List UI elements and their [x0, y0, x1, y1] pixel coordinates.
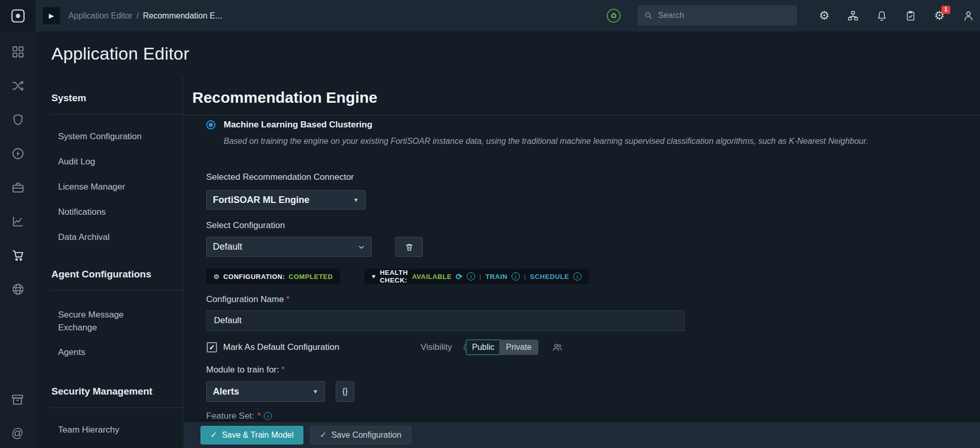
health-check-chip: ♥ HEALTH CHECK: AVAILABLE ⟳ i | TRAIN i … — [365, 269, 589, 284]
delete-configuration-button[interactable] — [395, 237, 423, 257]
sidebar-item-audit-log[interactable]: Audit Log — [35, 153, 183, 171]
sidebar-divider — [51, 114, 183, 115]
search-icon — [644, 11, 653, 20]
app-logo[interactable] — [0, 0, 35, 31]
braces-icon: {} — [342, 387, 348, 396]
mention-at-icon[interactable]: @ — [10, 426, 25, 440]
chart-line-icon[interactable] — [11, 214, 25, 229]
top-bar: ▶ Application Editor / Recommendation E.… — [0, 0, 980, 31]
caret-down-icon: ▼ — [353, 197, 359, 203]
teams-icon[interactable] — [552, 342, 563, 353]
sitemap-icon[interactable] — [847, 10, 859, 22]
globe-icon[interactable] — [11, 282, 25, 296]
schedule-link[interactable]: SCHEDULE — [530, 273, 569, 281]
sidebar-item-agents[interactable]: Agents — [35, 344, 183, 361]
save-train-button[interactable]: ✓ Save & Train Model — [201, 426, 303, 444]
section-title: Recommendation Engine — [192, 89, 377, 106]
config-select-dropdown[interactable]: Default — [206, 237, 372, 257]
sidebar-item-team-hierarchy[interactable]: Team Hierarchy — [35, 421, 183, 439]
module-value: Alerts — [213, 386, 313, 397]
save-configuration-button[interactable]: ✓ Save Configuration — [310, 426, 411, 444]
health-info-icon[interactable]: i — [467, 272, 475, 281]
check-icon: ✓ — [320, 430, 326, 440]
sidebar-item-data-archival[interactable]: Data Archival — [35, 229, 183, 246]
train-link[interactable]: TRAIN — [485, 273, 507, 281]
sidebar-item-notifications[interactable]: Notifications — [35, 203, 183, 221]
archive-box-icon[interactable] — [10, 393, 25, 407]
topbar-icon-group: ⚙ ⚙ 1 — [818, 0, 974, 31]
train-info-icon[interactable]: i — [512, 272, 520, 281]
bell-icon[interactable] — [876, 10, 888, 22]
separator: | — [479, 273, 481, 281]
notification-badge: 1 — [941, 6, 950, 14]
breadcrumb-current: Recommendation E... — [143, 11, 222, 21]
sidebar-section-system: System — [35, 90, 183, 106]
user-avatar-icon[interactable] — [962, 10, 974, 22]
config-select-value: Default — [213, 241, 358, 252]
shield-icon[interactable] — [11, 113, 25, 127]
global-search[interactable] — [638, 5, 797, 26]
chevron-down-icon — [358, 244, 365, 251]
feature-set-info-icon[interactable]: i — [264, 412, 272, 420]
visibility-label: Visibility — [421, 337, 452, 358]
health-check-label: HEALTH CHECK: — [380, 269, 408, 284]
main-content: Recommendation Engine Machine Learning B… — [184, 76, 980, 448]
cart-icon[interactable] — [11, 248, 25, 263]
ml-clustering-label: Machine Learning Based Clustering — [224, 120, 372, 130]
json-editor-button[interactable]: {} — [336, 381, 354, 402]
visibility-private-button[interactable]: Private — [499, 340, 538, 355]
required-asterisk: * — [258, 411, 261, 421]
configuration-status-value: COMPLETED — [288, 273, 333, 281]
breadcrumb-separator: / — [137, 11, 139, 21]
mark-default-label: Mark As Default Configuration — [223, 337, 339, 358]
module-label: Module to train for:* — [206, 365, 284, 375]
shuffle-icon[interactable] — [11, 79, 25, 93]
default-visibility-row: ✓ Mark As Default Configuration Visibili… — [206, 337, 970, 358]
recycle-icon: ♻ — [610, 12, 617, 20]
search-input[interactable] — [658, 11, 791, 20]
system-health-indicator[interactable]: ♻ — [607, 9, 621, 23]
dashboard-grid-icon[interactable] — [11, 45, 25, 59]
ml-clustering-radio[interactable] — [206, 120, 215, 129]
configuration-status-chip: ⚙ CONFIGURATION: COMPLETED — [206, 269, 340, 284]
status-row: ⚙ CONFIGURATION: COMPLETED ♥ HEALTH CHEC… — [206, 269, 340, 284]
settings-gear-icon[interactable]: ⚙ — [818, 10, 830, 22]
feature-set-label: Feature Set: — [206, 411, 255, 421]
heart-icon: ♥ — [372, 273, 376, 280]
collapse-breadcrumb-button[interactable]: ▶ — [43, 7, 60, 24]
required-asterisk: * — [281, 365, 285, 375]
sidebar-item-system-configuration[interactable]: System Configuration — [35, 128, 183, 145]
left-icon-rail: @ — [0, 31, 35, 448]
mark-default-checkbox[interactable]: ✓ — [207, 342, 217, 352]
caret-down-icon: ▼ — [313, 388, 318, 395]
separator: | — [524, 273, 526, 281]
config-name-input[interactable] — [206, 310, 684, 331]
sidebar-section-agent-configurations: Agent Configurations — [35, 266, 183, 283]
sidebar-divider — [51, 407, 183, 408]
tasks-clipboard-icon[interactable] — [904, 10, 917, 22]
required-asterisk: * — [286, 294, 289, 304]
config-name-label: Configuration Name* — [206, 294, 289, 305]
sidebar-item-license-manager[interactable]: License Manager — [35, 178, 183, 196]
sidebar-divider — [51, 290, 183, 291]
config-select-label: Select Configuration — [206, 220, 285, 231]
module-dropdown[interactable]: Alerts ▼ — [206, 381, 325, 402]
briefcase-icon[interactable] — [11, 180, 25, 195]
visibility-public-button[interactable]: Public — [466, 340, 501, 355]
system-gear-icon[interactable]: ⚙ 1 — [933, 10, 946, 22]
connector-value: FortiSOAR ML Engine — [213, 195, 353, 206]
play-icon: ▶ — [49, 12, 54, 20]
action-footer: ✓ Save & Train Model ✓ Save Configuratio… — [184, 422, 980, 448]
page-header: Application Editor — [35, 31, 980, 76]
gear-icon: ⚙ — [213, 273, 220, 281]
ml-clustering-description: Based on training the engine on your exi… — [224, 137, 868, 146]
sidebar-section-security-management: Security Management — [35, 383, 183, 400]
schedule-info-icon[interactable]: i — [573, 272, 582, 281]
sidebar-item-secure-message-exchange[interactable]: Secure Message Exchange — [35, 308, 146, 334]
breadcrumb-parent[interactable]: Application Editor — [68, 11, 133, 21]
bolt-circle-icon[interactable] — [11, 146, 25, 161]
feature-set-row: Feature Set: * i — [206, 410, 272, 422]
connector-dropdown[interactable]: FortiSOAR ML Engine ▼ — [206, 190, 366, 210]
refresh-health-icon[interactable]: ⟳ — [456, 272, 463, 282]
health-check-value: AVAILABLE — [412, 273, 451, 281]
